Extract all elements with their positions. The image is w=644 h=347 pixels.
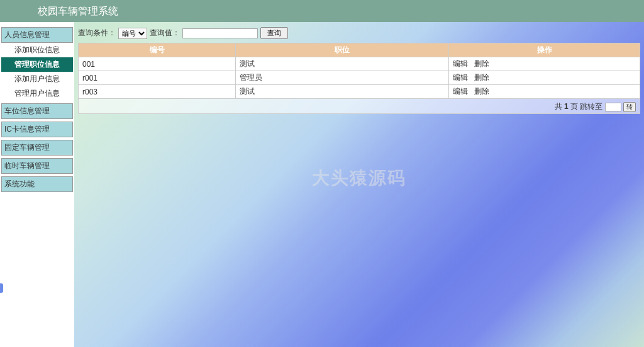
page-prefix: 共 bbox=[555, 102, 562, 111]
search-value-input[interactable] bbox=[182, 28, 258, 38]
cell-role: 管理员 bbox=[236, 71, 449, 85]
sidebar-group-temp-vehicle[interactable]: 临时车辆管理 bbox=[1, 158, 73, 174]
app-header: 校园车辆管理系统 bbox=[0, 0, 644, 22]
left-edge-tab[interactable] bbox=[0, 283, 3, 293]
cell-actions: 编辑 删除 bbox=[449, 57, 640, 71]
search-bar: 查询条件： 编号 查询值： 查询 bbox=[78, 26, 640, 43]
edit-link[interactable]: 编辑 bbox=[453, 59, 468, 68]
sidebar-item-add-role[interactable]: 添加职位信息 bbox=[1, 43, 73, 57]
watermark: 大头猿源码 bbox=[312, 166, 406, 190]
cell-id: r003 bbox=[79, 85, 236, 99]
pagination: 共 1 页 跳转至 转 bbox=[78, 99, 640, 114]
edit-link[interactable]: 编辑 bbox=[453, 73, 468, 82]
sidebar-group-parking[interactable]: 车位信息管理 bbox=[1, 103, 73, 119]
search-condition-select[interactable]: 编号 bbox=[118, 28, 147, 39]
sidebar: 人员信息管理 添加职位信息 管理职位信息 添加用户信息 管理用户信息 车位信息管… bbox=[0, 22, 74, 347]
sidebar-group-fixed-vehicle[interactable]: 固定车辆管理 bbox=[1, 140, 73, 156]
sidebar-item-manage-role[interactable]: 管理职位信息 bbox=[1, 57, 73, 72]
search-value-label: 查询值： bbox=[150, 28, 180, 38]
page-total: 1 bbox=[564, 102, 569, 111]
table-row: r001 管理员 编辑 删除 bbox=[79, 71, 640, 85]
cell-actions: 编辑 删除 bbox=[449, 71, 640, 85]
col-header-role: 职位 bbox=[236, 43, 449, 57]
col-header-action: 操作 bbox=[449, 43, 640, 57]
data-table: 编号 职位 操作 001 测试 编辑 删除 r001 管理员 bbox=[78, 43, 640, 99]
delete-link[interactable]: 删除 bbox=[474, 87, 489, 96]
app-title: 校园车辆管理系统 bbox=[38, 6, 118, 16]
page-jump-input[interactable] bbox=[605, 103, 621, 111]
delete-link[interactable]: 删除 bbox=[474, 73, 489, 82]
search-button[interactable]: 查询 bbox=[260, 27, 288, 39]
sidebar-group-iccard[interactable]: IC卡信息管理 bbox=[1, 122, 73, 137]
main-panel: 查询条件： 编号 查询值： 查询 编号 职位 操作 001 测试 bbox=[74, 22, 644, 347]
cell-id: r001 bbox=[79, 71, 236, 85]
page-suffix: 页 跳转至 bbox=[570, 102, 602, 111]
cell-id: 001 bbox=[79, 57, 236, 71]
sidebar-item-manage-user[interactable]: 管理用户信息 bbox=[1, 86, 73, 101]
sidebar-group-system[interactable]: 系统功能 bbox=[1, 176, 73, 192]
cell-role: 测试 bbox=[236, 85, 449, 99]
table-row: 001 测试 编辑 删除 bbox=[79, 57, 640, 71]
sidebar-item-add-user[interactable]: 添加用户信息 bbox=[1, 72, 73, 86]
search-condition-label: 查询条件： bbox=[78, 28, 116, 38]
edit-link[interactable]: 编辑 bbox=[453, 87, 468, 96]
page-go-button[interactable]: 转 bbox=[623, 102, 636, 112]
table-row: r003 测试 编辑 删除 bbox=[79, 85, 640, 99]
cell-actions: 编辑 删除 bbox=[449, 85, 640, 99]
layout: 人员信息管理 添加职位信息 管理职位信息 添加用户信息 管理用户信息 车位信息管… bbox=[0, 22, 644, 347]
delete-link[interactable]: 删除 bbox=[474, 59, 489, 68]
col-header-id: 编号 bbox=[79, 43, 236, 57]
cell-role: 测试 bbox=[236, 57, 449, 71]
sidebar-group-personnel[interactable]: 人员信息管理 bbox=[1, 27, 73, 43]
